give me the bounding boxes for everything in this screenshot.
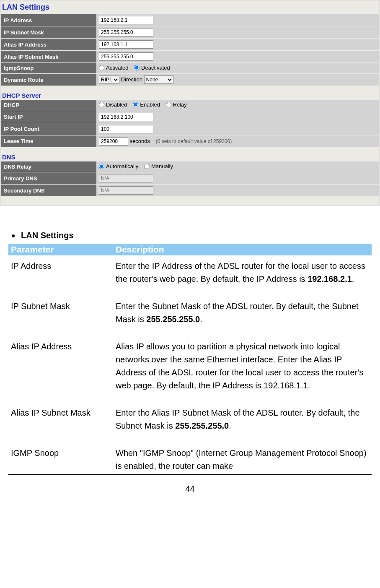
lease-time-unit: seconds bbox=[130, 138, 150, 144]
ip-address-input[interactable] bbox=[99, 16, 153, 24]
doc-section: LAN Settings Parameter Description IP Ad… bbox=[0, 206, 380, 475]
dynamic-route-select[interactable]: RIP1 bbox=[99, 75, 119, 84]
th-parameter: Parameter bbox=[8, 244, 113, 255]
row-label-primary-dns: Primary DNS bbox=[1, 172, 96, 185]
dhcp-relay-label: Relay bbox=[173, 101, 187, 108]
lan-settings-panel: LAN Settings IP Address IP Subnet Mask A… bbox=[0, 0, 380, 206]
param-name: Alias IP Subnet Mask bbox=[8, 402, 113, 442]
dhcp-relay-radio[interactable] bbox=[166, 102, 171, 107]
row-label-igmp-snoop: IgmpSnoop bbox=[1, 63, 96, 74]
param-row: IGMP Snoop When "IGMP Snoop" (Internet G… bbox=[8, 442, 372, 475]
igmp-deactivated-label: Deactivated bbox=[141, 65, 170, 71]
param-name: IGMP Snoop bbox=[8, 442, 113, 475]
row-label-alias-ip-address: Alias IP Address bbox=[1, 39, 96, 51]
dhcp-disabled-radio[interactable] bbox=[99, 102, 104, 107]
th-description: Description bbox=[113, 244, 372, 255]
dhcp-disabled-label: Disabled bbox=[106, 101, 127, 108]
param-row: IP Address Enter the IP Address of the A… bbox=[8, 255, 372, 296]
igmp-activated-label: Activated bbox=[106, 65, 128, 71]
param-name: Alias IP Address bbox=[8, 336, 113, 402]
param-row: IP Subnet Mask Enter the Subnet Mask of … bbox=[8, 296, 372, 336]
ip-pool-count-input[interactable] bbox=[99, 125, 153, 133]
row-label-start-ip: Start IP bbox=[1, 111, 96, 123]
param-row: Alias IP Address Alias IP allows you to … bbox=[8, 336, 372, 402]
page-number: 44 bbox=[0, 475, 380, 498]
direction-select[interactable]: None bbox=[144, 75, 173, 84]
dns-config-table: DNS Relay Automatically Manually Primary… bbox=[1, 161, 379, 197]
param-table: Parameter Description IP Address Enter t… bbox=[8, 244, 372, 475]
igmp-deactivated-radio[interactable] bbox=[134, 65, 140, 70]
row-label-ip-subnet-mask: IP Subnet Mask bbox=[1, 26, 96, 39]
row-label-ip-address: IP Address bbox=[1, 14, 96, 26]
primary-dns-input bbox=[99, 174, 153, 182]
row-label-lease-time: Lease Time bbox=[1, 135, 96, 147]
param-desc: Enter the Subnet Mask of the ADSL router… bbox=[113, 296, 372, 336]
dhcp-server-title: DHCP Server bbox=[1, 86, 379, 100]
param-name: IP Address bbox=[8, 255, 113, 296]
param-desc: Enter the IP Address of the ADSL router … bbox=[113, 255, 372, 296]
dhcp-enabled-label: Enabled bbox=[140, 101, 160, 108]
start-ip-input[interactable] bbox=[99, 113, 153, 121]
dns-title: DNS bbox=[1, 148, 379, 161]
param-row: Alias IP Subnet Mask Enter the Alias IP … bbox=[8, 402, 372, 442]
row-label-dhcp: DHCP bbox=[1, 100, 96, 111]
doc-heading: LAN Settings bbox=[21, 231, 372, 240]
param-desc: Enter the Alias IP Subnet Mask of the AD… bbox=[113, 402, 372, 442]
lease-time-input[interactable] bbox=[99, 137, 128, 146]
ip-subnet-mask-input[interactable] bbox=[99, 28, 153, 36]
param-name: IP Subnet Mask bbox=[8, 296, 113, 336]
param-desc: Alias IP allows you to partition a physi… bbox=[113, 336, 372, 402]
secondary-dns-input bbox=[99, 186, 153, 195]
dns-manual-radio[interactable] bbox=[144, 164, 150, 169]
row-label-dns-relay: DNS Relay bbox=[1, 161, 96, 172]
row-label-dynamic-route: Dynamic Route bbox=[1, 74, 96, 86]
lease-time-hint: (0 sets to default value of 259200) bbox=[156, 138, 232, 144]
dns-auto-radio[interactable] bbox=[99, 164, 104, 169]
lan-config-table: IP Address IP Subnet Mask Alias IP Addre… bbox=[1, 14, 379, 86]
igmp-activated-radio[interactable] bbox=[99, 65, 104, 70]
row-label-secondary-dns: Secondary DNS bbox=[1, 185, 96, 197]
alias-ip-subnet-mask-input[interactable] bbox=[99, 52, 153, 61]
row-label-ip-pool-count: IP Pool Count bbox=[1, 123, 96, 135]
row-label-alias-ip-subnet-mask: Alias IP Subnet Mask bbox=[1, 51, 96, 63]
param-desc: When "IGMP Snoop" (Internet Group Manage… bbox=[113, 442, 372, 475]
dhcp-config-table: DHCP Disabled Enabled Relay Start IP bbox=[1, 100, 379, 148]
dhcp-enabled-radio[interactable] bbox=[133, 102, 138, 107]
lan-settings-title: LAN Settings bbox=[1, 2, 379, 14]
direction-label: Direction bbox=[121, 76, 142, 83]
dns-manual-label: Manually bbox=[151, 163, 173, 169]
alias-ip-address-input[interactable] bbox=[99, 40, 153, 49]
dns-auto-label: Automatically bbox=[106, 163, 138, 169]
